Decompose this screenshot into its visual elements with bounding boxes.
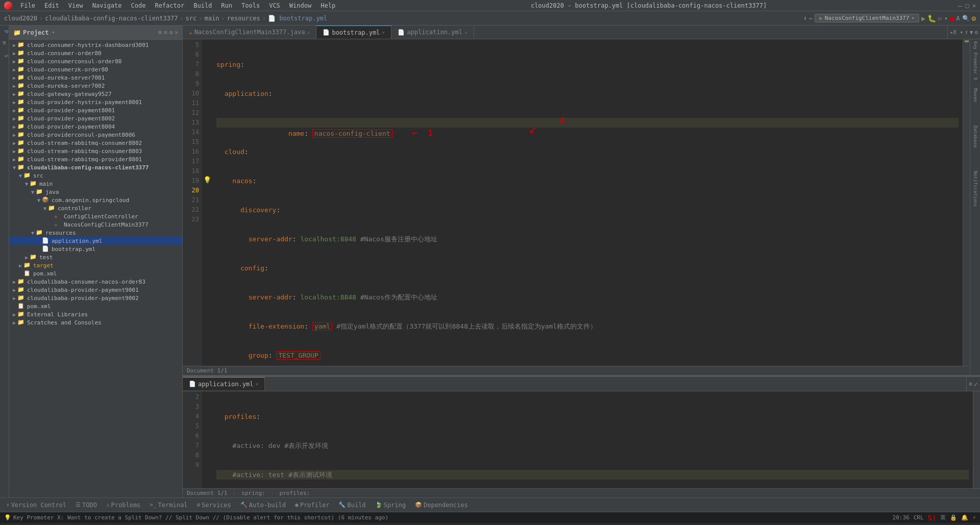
tree-item[interactable]: ▶ 📁 cloud-gateway-gateway9527 <box>9 90 182 98</box>
tree-item[interactable]: ▶ 📁 cloud-consumerconsul-order80 <box>9 57 182 65</box>
menu-help[interactable]: Help <box>316 1 339 10</box>
database-label[interactable]: Database <box>973 126 978 147</box>
tree-item[interactable]: ▶ 📁 cloud-consumer-order80 <box>9 49 182 57</box>
tree-item[interactable]: ▶ 📁 cloud-eureka-server7002 <box>9 82 182 90</box>
tab-spring[interactable]: 🍃 Spring <box>371 501 410 510</box>
tab-todo[interactable]: ☰ TODO <box>71 501 101 510</box>
stop-btn[interactable]: ◼ <box>950 14 954 22</box>
tab-action-split-v[interactable]: ⬆ <box>965 29 968 36</box>
tree-item[interactable]: ▶ 📁 cloud-consumerzk-order80 <box>9 65 182 73</box>
tree-item[interactable]: 📋 pom.xml <box>9 302 182 310</box>
tree-item[interactable]: ▼ 📁 main <box>9 180 182 188</box>
maven-label[interactable]: Maven <box>973 88 978 102</box>
run-btn[interactable]: ▶ <box>921 14 925 22</box>
tab-bootstrap[interactable]: 📄 bootstrap.yml ✕ <box>316 26 391 39</box>
tree-item[interactable]: ▼ 📁 src <box>9 171 182 180</box>
tab-action-split-h[interactable]: ▼ <box>970 29 973 36</box>
tab-terminal[interactable]: >_ Terminal <box>145 501 191 510</box>
back-icon[interactable]: ← <box>809 15 813 22</box>
tree-item[interactable]: ▶ 📁 test <box>9 253 182 261</box>
bottom-tab-settings[interactable]: ⚙ <box>969 381 972 387</box>
tree-item[interactable]: ▶ 📁 External Libraries <box>9 310 182 318</box>
translate-icon[interactable]: A <box>956 15 960 22</box>
tab-close-bottom-icon[interactable]: ✕ <box>255 381 258 387</box>
settings-panel-btn[interactable]: ⚙ <box>169 29 173 36</box>
menu-file[interactable]: File <box>16 1 39 10</box>
close-btn[interactable]: ✕ <box>972 2 976 9</box>
tree-item[interactable]: ☕ NacosConfigClientMain3377 <box>9 220 182 229</box>
maximize-btn[interactable]: □ <box>966 2 969 9</box>
menu-tools[interactable]: Tools <box>237 1 264 10</box>
tree-item[interactable]: ▶ 📁 cloudalibaba-provider-payment9002 <box>9 294 182 302</box>
tab-application-bottom[interactable]: 📄 application.yml ✕ <box>183 377 265 390</box>
tree-item[interactable]: ▶ 📁 target <box>9 261 182 269</box>
tab-nacos-main[interactable]: ☕ NacosConfigClientMain3377.java ✕ <box>183 26 316 39</box>
tree-item[interactable]: ☕ ConfigClientController <box>9 212 182 220</box>
menu-code[interactable]: Code <box>127 1 150 10</box>
menu-build[interactable]: Build <box>189 1 216 10</box>
coverage-btn[interactable]: ▷ <box>938 15 942 22</box>
code-lines[interactable]: spring: application: name: nacos-config-… <box>212 39 963 366</box>
application-code-lines[interactable]: profiles: #active: dev #表示开发环境 #active: … <box>212 391 973 488</box>
menu-window[interactable]: Window <box>285 1 315 10</box>
tree-item[interactable]: ▶ 📁 cloudalibaba-provider-payment9001 <box>9 286 182 294</box>
debug-btn[interactable]: 🐛 <box>927 14 936 22</box>
project-icon[interactable]: P <box>1 28 9 36</box>
tree-item[interactable]: ▶ 📁 Scratches and Consoles <box>9 318 182 327</box>
tree-item-bootstrap-yml[interactable]: 📄 bootstrap.yml <box>9 245 182 253</box>
collapse-btn[interactable]: ≡ <box>164 29 167 36</box>
breadcrumb-resources[interactable]: resources <box>227 15 260 22</box>
tree-item[interactable]: ▼ 📦 com.angenin.springcloud <box>9 196 182 204</box>
search-everywhere-icon[interactable]: 🔍 <box>962 15 970 22</box>
tab-version-control[interactable]: ↑ Version Control <box>2 501 70 510</box>
settings-icon[interactable]: ⚙ <box>972 14 976 22</box>
tab-settings-icon[interactable]: ⚙ <box>974 29 978 36</box>
tree-item[interactable]: 📋 pom.xml <box>9 269 182 278</box>
tree-item[interactable]: ▼ 📁 controller <box>9 204 182 212</box>
menu-vcs[interactable]: VCS <box>265 1 284 10</box>
tab-build[interactable]: 🔧 Build <box>334 501 370 510</box>
tree-item[interactable]: ▶ 📁 cloud-provider-payment8001 <box>9 106 182 114</box>
tab-services[interactable]: ⚙ Services <box>192 501 235 510</box>
scope-btn[interactable]: ⊞ <box>159 29 162 36</box>
tree-item[interactable]: ▼ 📁 resources <box>9 229 182 237</box>
tree-item[interactable]: ▼ 📁 cloudalibaba-config-nacos-client3377 <box>9 163 182 171</box>
breadcrumb-main[interactable]: main <box>205 15 219 22</box>
tree-item[interactable]: ▶ 📁 cloud-stream-rabbitmq-provider8801 <box>9 155 182 163</box>
tab-close-icon[interactable]: ✕ <box>382 30 385 35</box>
tree-item[interactable]: ▶ 📁 cloud-provider-payment8004 <box>9 122 182 131</box>
tree-item[interactable]: ▶ 📁 cloud-provider-hystrix-payment8001 <box>9 98 182 106</box>
structure-icon[interactable]: S <box>1 52 9 60</box>
tree-item[interactable]: ▶ 📁 cloud-provider-payment8002 <box>9 114 182 122</box>
breadcrumb-module[interactable]: cloudalibaba-config-nacos-client3377 <box>45 15 178 22</box>
menu-view[interactable]: View <box>64 1 87 10</box>
menu-refactor[interactable]: Refactor <box>151 1 188 10</box>
application-code-view[interactable]: 23456789 profiles: #active: dev <box>183 391 980 488</box>
tab-dependencies[interactable]: 📦 Dependencies <box>411 501 472 510</box>
tree-item[interactable]: ▶ 📁 cloud-consumer-hystrix-dashboard3001 <box>9 41 182 49</box>
code-view[interactable]: 56789 1011121314 1516171819 20212223 💡 <box>183 39 970 366</box>
tree-item[interactable]: ▶ 📁 cloudalibaba-consumer-nacos-order83 <box>9 278 182 286</box>
bookmark-icon[interactable]: ⊞ <box>1 40 9 48</box>
bootstrap-editor[interactable]: 56789 1011121314 1516171819 20212223 💡 <box>183 39 970 375</box>
menu-navigate[interactable]: Navigate <box>88 1 126 10</box>
tab-close-icon[interactable]: ✕ <box>307 30 310 35</box>
tab-auto-build[interactable]: 🔨 Auto-build <box>236 501 290 510</box>
tab-problems[interactable]: ⚠ Problems <box>102 501 144 510</box>
panel-dropdown-icon[interactable]: ▾ <box>52 30 55 35</box>
menu-run[interactable]: Run <box>217 1 236 10</box>
more-run-btn[interactable]: ▾ <box>944 15 948 22</box>
key-promoter-label[interactable]: Key Promoter X <box>973 41 978 80</box>
tree-item[interactable]: ▼ 📁 java <box>9 188 182 196</box>
tab-close-icon[interactable]: ✕ <box>464 30 468 35</box>
tree-item-application-yml[interactable]: 📄 application.yml <box>9 237 182 245</box>
tab-action-more[interactable]: ✦8 ▾ <box>950 29 964 36</box>
tree-item[interactable]: ▶ 📁 cloud-providerconsul-payment8006 <box>9 131 182 139</box>
menu-edit[interactable]: Edit <box>40 1 63 10</box>
breadcrumb-src[interactable]: src <box>186 15 197 22</box>
breadcrumb-root[interactable]: cloud2020 <box>4 15 37 22</box>
run-config-selector[interactable]: ▶ NacosConfigClientMain3377 ▾ <box>815 14 919 22</box>
close-panel-btn[interactable]: ✕ <box>175 29 178 36</box>
notifications-label[interactable]: Notifications <box>973 171 978 207</box>
tree-item[interactable]: ▶ 📁 cloud-stream-rabbitmq-consumer8802 <box>9 139 182 147</box>
